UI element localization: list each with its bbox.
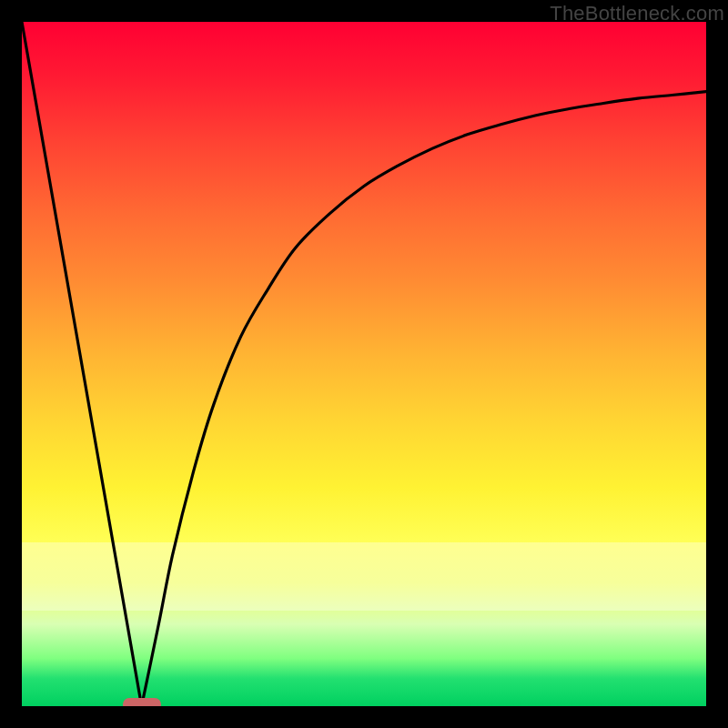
chart-frame: TheBottleneck.com — [0, 0, 728, 728]
bottleneck-curve — [22, 22, 706, 706]
minimum-marker — [123, 698, 161, 706]
plot-area — [22, 22, 706, 706]
